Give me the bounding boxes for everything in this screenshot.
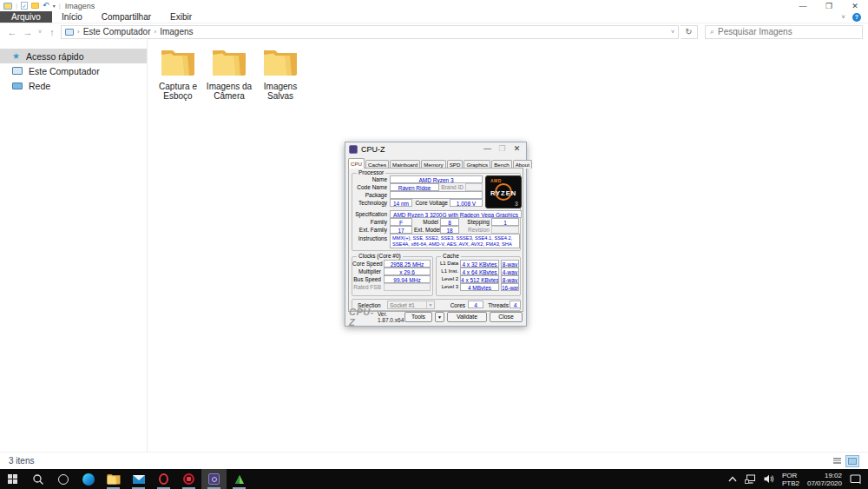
- address-dropdown-chevron-icon[interactable]: ˅: [671, 29, 674, 35]
- green-arrow-icon: [233, 473, 246, 485]
- sidebar-item-rede[interactable]: Rede: [0, 78, 147, 93]
- package-field: [390, 191, 483, 199]
- folder-name: Imagens da Câmera: [201, 82, 258, 101]
- tab-exibir[interactable]: Exibir: [161, 11, 201, 23]
- bus-speed-label: Bus Speed: [352, 275, 381, 283]
- folder-imagens-da-camera[interactable]: Imagens da Câmera: [201, 48, 258, 101]
- taskbar-mail-button[interactable]: [126, 469, 151, 489]
- cpuz-app-icon: [349, 145, 358, 154]
- taskbar-opera-beta-button[interactable]: [176, 469, 201, 489]
- undo-icon[interactable]: ↶: [43, 2, 49, 10]
- tools-chevron-icon[interactable]: ▼: [435, 312, 444, 322]
- window-title: Imagens: [65, 2, 95, 10]
- cortana-icon: [58, 474, 69, 485]
- new-folder-icon[interactable]: [31, 3, 39, 9]
- threads-field: 4: [510, 301, 521, 308]
- tab-compartilhar[interactable]: Compartilhar: [92, 11, 161, 23]
- taskbar-explorer-button[interactable]: [101, 469, 126, 489]
- cpuz-icon: [208, 473, 220, 485]
- cpuz-close-button[interactable]: ✕: [510, 143, 524, 155]
- sidebar-item-acesso-rapido[interactable]: ★ Acesso rápido: [0, 49, 147, 63]
- taskbar-cpuz-button[interactable]: [201, 469, 227, 489]
- taskbar-edge-button[interactable]: [76, 469, 101, 489]
- chevron-down-icon: ▼: [426, 301, 434, 308]
- details-view-icon[interactable]: [830, 455, 844, 467]
- refresh-icon[interactable]: ↻: [681, 25, 698, 39]
- instructions-field: MMX(+), SSE, SSE2, SSE3, SSSE3, SSE4.1, …: [390, 234, 520, 248]
- level3-field: 4 MBytes: [460, 283, 499, 291]
- breadcrumb-imagens[interactable]: Imagens: [160, 27, 193, 36]
- taskbar-opera-button[interactable]: [151, 469, 176, 489]
- l1-inst-label: L1 Inst.: [437, 268, 458, 275]
- back-icon[interactable]: ←: [5, 27, 19, 37]
- close-button-cpuz[interactable]: Close: [490, 312, 523, 322]
- edge-icon: [82, 473, 95, 486]
- level2-label: Level 2: [437, 275, 458, 283]
- ext-family-label: Ext. Family: [352, 226, 387, 234]
- l1-data-field: 4 x 32 KBytes: [460, 260, 499, 268]
- breadcrumb-este-computador[interactable]: Este Computador: [83, 27, 151, 36]
- breadcrumb-chevron-icon: ›: [155, 28, 157, 36]
- technology-label: Technology: [352, 199, 387, 207]
- search-box[interactable]: ⌕: [705, 25, 863, 39]
- expand-ribbon-chevron-icon[interactable]: ˅: [841, 13, 845, 21]
- separator: |: [59, 2, 61, 10]
- name-label: Name: [352, 175, 387, 183]
- cpuz-tab-cpu[interactable]: CPU: [348, 158, 365, 169]
- folder-captura-e-esboco[interactable]: Captura e Esboço: [149, 48, 207, 101]
- help-icon[interactable]: ?: [852, 13, 861, 22]
- amd-ryzen-badge: AMD RYZEN 3: [485, 175, 522, 208]
- badge-brand: AMD: [490, 178, 502, 183]
- name-field: AMD Ryzen 3: [390, 175, 483, 183]
- cpuz-version: Ver. 1.87.0.x64: [378, 311, 404, 323]
- l1-inst-way-field: 4-way: [501, 268, 519, 275]
- family-field: F: [390, 218, 412, 226]
- action-center-icon[interactable]: [850, 474, 861, 485]
- cpuz-minimize-button[interactable]: —: [480, 143, 495, 155]
- start-button[interactable]: [0, 469, 25, 489]
- cortana-button[interactable]: [50, 469, 76, 489]
- tab-arquivo[interactable]: Arquivo: [0, 11, 52, 23]
- validate-button[interactable]: Validate: [447, 312, 487, 322]
- sidebar-item-este-computador[interactable]: Este Computador: [0, 63, 147, 78]
- folder-icon: [161, 48, 195, 76]
- selection-group: Selection Socket #1 ▼ Cores 4 Threads 4: [352, 299, 521, 311]
- brand-id-field: [465, 183, 483, 191]
- socket-selector[interactable]: Socket #1 ▼: [387, 301, 435, 309]
- language-indicator[interactable]: POR PTB2: [782, 472, 799, 487]
- restore-button[interactable]: ❐: [816, 0, 842, 11]
- core-voltage-label: Core Voltage: [415, 199, 448, 207]
- red-ring-icon: [183, 473, 194, 485]
- up-icon[interactable]: ↑: [45, 27, 59, 37]
- explorer-titlebar: | ✓ ↶ ▾ | Imagens — ❐ ✕: [0, 0, 868, 11]
- tools-button[interactable]: Tools: [404, 312, 432, 322]
- properties-icon[interactable]: ✓: [21, 2, 28, 10]
- customize-qat-chevron-icon[interactable]: ▾: [53, 3, 56, 9]
- core-voltage-field: 1.008 V: [450, 199, 483, 207]
- clock[interactable]: 19:02 07/07/2020: [807, 472, 842, 487]
- rated-fsb-field: [384, 283, 431, 291]
- minimize-button[interactable]: —: [790, 0, 816, 11]
- folder-imagens-salvas[interactable]: Imagens Salvas: [252, 48, 309, 101]
- search-input[interactable]: [718, 27, 858, 36]
- tab-inicio[interactable]: Início: [52, 11, 92, 23]
- rated-fsb-label: Rated FSB: [352, 283, 381, 291]
- package-label: Package: [352, 191, 387, 199]
- computer-icon: [12, 67, 23, 75]
- network-icon[interactable]: [745, 474, 756, 484]
- language-code: POR: [782, 472, 799, 479]
- badge-number: 3: [515, 201, 518, 207]
- taskbar-search-button[interactable]: [25, 469, 50, 489]
- forward-icon[interactable]: →: [21, 27, 35, 37]
- taskbar-green-arrow-button[interactable]: [227, 469, 252, 489]
- cpuz-footer: CPU-Z Ver. 1.87.0.x64 Tools ▼ Validate C…: [349, 311, 523, 323]
- volume-icon[interactable]: [764, 474, 774, 484]
- recent-locations-chevron-icon[interactable]: ˅: [36, 29, 43, 35]
- cpuz-titlebar[interactable]: CPU-Z — ❐ ✕: [345, 142, 526, 156]
- tray-date: 07/07/2020: [807, 479, 842, 487]
- address-bar[interactable]: › Este Computador › Imagens ˅: [61, 25, 679, 39]
- close-button[interactable]: ✕: [842, 0, 868, 11]
- l1-inst-field: 4 x 64 KBytes: [460, 268, 499, 275]
- hidden-icons-chevron-icon[interactable]: [728, 476, 737, 482]
- thumbnails-view-icon[interactable]: [845, 455, 859, 467]
